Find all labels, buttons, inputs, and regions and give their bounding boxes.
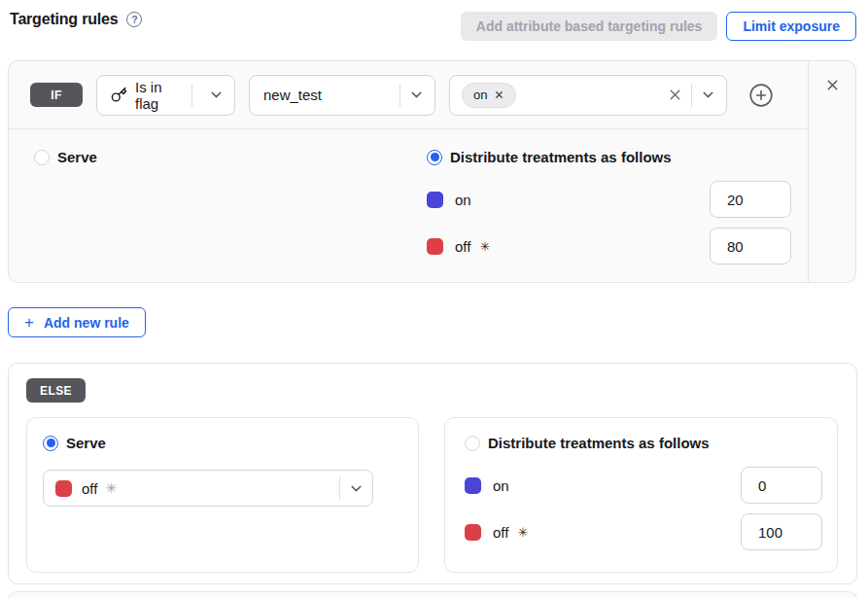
title-wrap: Targeting rules ? (10, 11, 142, 28)
treatment-on-swatch (465, 477, 481, 494)
treatment-name: off (82, 480, 97, 497)
plus-icon: + (24, 314, 34, 331)
treatment-row: on (465, 467, 822, 504)
limit-exposure-button[interactable]: Limit exposure (726, 12, 856, 41)
percentage-input[interactable] (741, 467, 822, 504)
distribute-option: Distribute treatments as follows on off … (427, 129, 808, 282)
radio-unchecked[interactable] (465, 436, 480, 451)
radio-checked[interactable] (43, 436, 58, 451)
flag-select[interactable]: new_test (249, 75, 435, 116)
serve-option: Serve (9, 129, 427, 282)
treatment-on-swatch (427, 192, 443, 208)
matcher-value: Is in flag (135, 79, 168, 112)
chevron-down-icon (700, 87, 716, 103)
default-marker: ✳ (105, 480, 117, 496)
default-rule-options: Serve off ✳ Distribute treatments as fol… (26, 417, 838, 573)
treatment-name: off (455, 238, 470, 255)
distribute-radio[interactable]: Distribute treatments as follows (427, 149, 791, 165)
treatment-name: on (455, 192, 471, 208)
if-badge: IF (30, 83, 83, 107)
add-new-rule-button[interactable]: + Add new rule (8, 307, 146, 337)
default-distribute-radio[interactable]: Distribute treatments as follows (465, 435, 822, 451)
default-treatment-select[interactable]: off ✳ (43, 470, 373, 507)
radio-checked[interactable] (427, 150, 442, 165)
add-attribute-rules-button[interactable]: Add attribute based targeting rules (461, 12, 718, 41)
default-serve-radio[interactable]: Serve (43, 435, 402, 451)
default-distribute-card: Distribute treatments as follows on off … (444, 417, 838, 573)
treatment-name: on (493, 477, 509, 494)
distribute-label: Distribute treatments as follows (450, 149, 672, 165)
delete-rule-icon[interactable] (824, 77, 841, 93)
treatments-multiselect[interactable]: on (449, 75, 727, 116)
add-condition-icon[interactable] (748, 83, 774, 108)
treatment-off-swatch (55, 480, 72, 497)
radio-unchecked[interactable] (34, 150, 50, 165)
treatment-off-swatch (427, 238, 443, 255)
default-marker: ✳ (479, 239, 490, 254)
selected-treatment-tag[interactable]: on (462, 83, 516, 108)
treatment-off-swatch (465, 524, 481, 541)
divider (399, 84, 400, 107)
chevron-down-icon (408, 87, 425, 103)
default-rule-card: ELSE Serve off ✳ Distribute treatments (8, 363, 857, 584)
chevron-down-icon (208, 87, 225, 103)
targeting-rule-card: IF Is in flag new_test (8, 60, 856, 283)
percentage-input[interactable] (710, 181, 791, 218)
header-actions: Add attribute based targeting rules Limi… (461, 12, 856, 41)
key-icon (111, 87, 127, 103)
serve-label: Serve (57, 149, 97, 165)
tag-label: on (473, 88, 487, 102)
flag-value: new_test (263, 87, 322, 103)
page-title: Targeting rules (10, 11, 118, 28)
default-serve-card: Serve off ✳ (26, 417, 419, 573)
chevron-down-icon (348, 480, 365, 497)
rule-side-panel (808, 61, 855, 282)
divider (691, 84, 692, 107)
serve-radio[interactable]: Serve (34, 149, 427, 165)
divider (339, 476, 340, 500)
help-icon[interactable]: ? (126, 12, 142, 27)
serve-area: Serve Distribute treatments as follows o… (9, 129, 808, 282)
percentage-input[interactable] (741, 513, 822, 550)
rule-main: IF Is in flag new_test (9, 61, 808, 282)
treatment-row: on (427, 181, 791, 218)
clear-selection-icon[interactable] (667, 87, 683, 103)
treatment-row: off ✳ (427, 228, 791, 264)
treatment-name: off (493, 524, 508, 541)
remove-tag-icon[interactable] (494, 89, 504, 100)
condition-row: IF Is in flag new_test (9, 61, 808, 129)
matcher-select[interactable]: Is in flag (96, 75, 235, 116)
serve-label: Serve (66, 435, 106, 451)
targeting-rules-header: Targeting rules ? Add attribute based ta… (0, 0, 868, 43)
next-section-top-edge (8, 591, 857, 598)
distribute-label: Distribute treatments as follows (488, 435, 710, 451)
treatment-row: off ✳ (465, 513, 822, 550)
add-new-rule-label: Add new rule (44, 315, 129, 331)
percentage-input[interactable] (710, 228, 791, 264)
default-marker: ✳ (517, 525, 528, 540)
divider (191, 84, 192, 107)
else-badge: ELSE (26, 378, 86, 403)
